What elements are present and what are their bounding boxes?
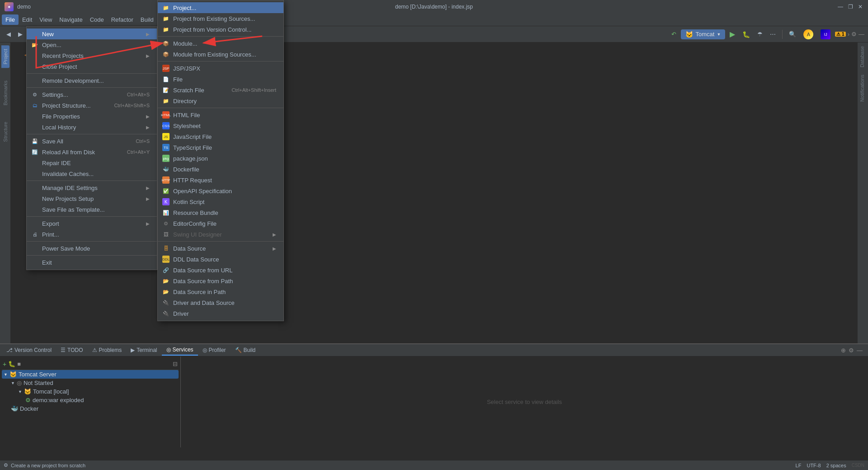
menu-build[interactable]: Build xyxy=(137,14,157,25)
bookmarks-tab[interactable]: Bookmarks xyxy=(1,77,9,109)
tab-version-control[interactable]: ⎇ Version Control xyxy=(2,345,56,355)
more-run-options[interactable]: ⋯ xyxy=(767,29,778,39)
run-with-coverage-button[interactable]: ☂ xyxy=(755,29,765,39)
line-ending-indicator[interactable]: LF xyxy=(796,463,802,468)
file-manage-ide-item[interactable]: Manage IDE Settings ▶ xyxy=(27,182,157,193)
file-reload-item[interactable]: 🔄 Reload All from Disk Ctrl+Alt+Y xyxy=(27,147,157,157)
file-settings-item[interactable]: ⚙ Settings... Ctrl+Alt+S xyxy=(27,89,157,100)
new-data-source-item[interactable]: 🗄 Data Source ▶ xyxy=(158,243,283,254)
collapse-all-icon[interactable]: ⊟ xyxy=(173,361,178,367)
new-jsp-item[interactable]: JSP JSP/JSPX xyxy=(158,63,283,74)
new-http-request-item[interactable]: HTTP HTTP Request xyxy=(158,175,283,185)
menu-refactor[interactable]: Refactor xyxy=(108,14,137,25)
new-kotlin-item[interactable]: K Kotlin Script xyxy=(158,196,283,207)
tab-services[interactable]: ◎ Services xyxy=(162,345,198,356)
new-directory-item[interactable]: 📁 Directory xyxy=(158,95,283,106)
file-new-item[interactable]: New ▶ xyxy=(27,28,157,39)
file-print-item[interactable]: 🖨 Print... xyxy=(27,229,157,240)
new-datasource-in-path-item[interactable]: 📂 Data Source in Path xyxy=(158,286,283,297)
services-minimize-icon[interactable]: — xyxy=(857,347,863,354)
file-save-all-item[interactable]: 💾 Save All Ctrl+S xyxy=(27,136,157,147)
undo-button[interactable]: ↶ xyxy=(669,29,679,39)
file-recent-item[interactable]: Recent Projects ▶ xyxy=(27,50,157,61)
new-html-item[interactable]: HTML HTML File xyxy=(158,109,283,120)
debug-icon: 🐛 xyxy=(742,31,750,38)
indent-indicator[interactable]: 2 spaces xyxy=(826,463,846,468)
menu-code[interactable]: Code xyxy=(86,14,108,25)
project-tab[interactable]: Project xyxy=(1,45,9,68)
notifications-panel-tab[interactable]: Notifications xyxy=(858,71,868,105)
close-button[interactable]: ✕ xyxy=(857,4,863,10)
caches-icon xyxy=(31,170,38,177)
file-new-projects-item[interactable]: New Projects Setup ▶ xyxy=(27,193,157,204)
file-project-structure-item[interactable]: 🗂 Project Structure... Ctrl+Alt+Shift+S xyxy=(27,100,157,111)
new-project-item[interactable]: 📁 Project... xyxy=(158,2,283,13)
tab-problems[interactable]: ⚠ Problems xyxy=(88,345,127,355)
file-close-item[interactable]: Close Project xyxy=(27,61,157,72)
file-remote-item[interactable]: Remote Development... xyxy=(27,75,157,86)
search-everywhere-button[interactable]: 🔍 xyxy=(786,29,799,39)
add-service-icon[interactable]: + xyxy=(3,361,6,368)
file-local-history-item[interactable]: Local History ▶ xyxy=(27,122,157,133)
new-driver-item[interactable]: 🔌 Driver xyxy=(158,308,283,319)
debug-button[interactable]: 🐛 xyxy=(740,29,753,39)
new-ddl-item[interactable]: DDL DDL Data Source xyxy=(158,254,283,265)
services-expand-icon[interactable]: ⊕ xyxy=(841,347,846,354)
file-export-item[interactable]: Export ▶ xyxy=(27,218,157,229)
new-dockerfile-item[interactable]: 🐳 Dockerfile xyxy=(158,164,283,175)
new-datasource-path-item[interactable]: 📂 Data Source from Path xyxy=(158,275,283,286)
new-file-item[interactable]: 📄 File xyxy=(158,74,283,85)
services-settings-icon[interactable]: ⚙ xyxy=(849,347,854,354)
file-invalidate-caches-item[interactable]: Invalidate Caches... xyxy=(27,168,157,179)
new-css-item[interactable]: CSS Stylesheet xyxy=(158,120,283,131)
new-editorconfig-item[interactable]: ⚙ EditorConfig File xyxy=(158,218,283,229)
file-power-save-item[interactable]: Power Save Mode xyxy=(27,243,157,254)
debug-service-icon[interactable]: 🐛 xyxy=(8,361,15,367)
stop-service-icon[interactable]: ■ xyxy=(17,361,21,367)
new-project-existing-item[interactable]: 📁 Project from Existing Sources... xyxy=(158,13,283,24)
back-button[interactable]: ◀ xyxy=(4,29,14,39)
tab-terminal[interactable]: ▶ Terminal xyxy=(126,345,161,355)
settings-icon[interactable]: ⚙ xyxy=(851,31,857,38)
encoding-indicator[interactable]: UTF-8 xyxy=(807,463,821,468)
file-save-template-item[interactable]: Save File as Template... xyxy=(27,204,157,215)
tab-build[interactable]: 🔨 Build xyxy=(231,345,260,355)
expand-icon[interactable]: › xyxy=(848,31,849,38)
new-openapi-item[interactable]: ✅ OpenAPI Specification xyxy=(158,185,283,196)
new-resource-bundle-item[interactable]: 📊 Resource Bundle xyxy=(158,207,283,218)
new-package-json-item[interactable]: pkg package.json xyxy=(158,153,283,164)
warning-badge[interactable]: ⚠ 1 xyxy=(835,32,845,37)
new-module-existing-item[interactable]: 📦 Module from Existing Sources... xyxy=(158,49,283,60)
new-datasource-url-item[interactable]: 🔗 Data Source from URL xyxy=(158,265,283,275)
new-scratch-item[interactable]: 📝 Scratch File Ctrl+Alt+Shift+Insert xyxy=(158,85,283,95)
new-js-item[interactable]: JS JavaScript File xyxy=(158,131,283,142)
docker-item[interactable]: 🐳 Docker xyxy=(9,404,179,413)
not-started-item[interactable]: ▼ ◎ Not Started xyxy=(9,379,179,387)
file-repair-item[interactable]: Repair IDE xyxy=(27,157,157,168)
file-properties-item[interactable]: File Properties ▶ xyxy=(27,111,157,122)
menu-view[interactable]: View xyxy=(36,14,56,25)
tomcat-server-item[interactable]: ▼ 🐱 Tomcat Server xyxy=(2,370,179,379)
tab-todo[interactable]: ☰ TODO xyxy=(56,345,87,355)
file-exit-item[interactable]: Exit xyxy=(27,257,157,268)
minimize-panel-icon[interactable]: — xyxy=(859,31,864,38)
database-panel-tab[interactable]: Database xyxy=(858,43,868,71)
menu-edit[interactable]: Edit xyxy=(19,14,36,25)
file-open-item[interactable]: 📂 Open... xyxy=(27,39,157,50)
minimize-button[interactable]: — xyxy=(837,4,844,10)
structure-tab[interactable]: Structure xyxy=(1,118,9,146)
menu-file[interactable]: File xyxy=(2,14,19,25)
avatar[interactable]: A xyxy=(801,28,816,41)
tomcat-local-item[interactable]: ▼ 🐱 Tomcat [local] xyxy=(16,387,179,396)
restore-button[interactable]: ❐ xyxy=(847,4,854,10)
menu-navigate[interactable]: Navigate xyxy=(56,14,86,25)
new-project-vcs-item[interactable]: 📁 Project from Version Control... xyxy=(158,24,283,35)
forward-button[interactable]: ▶ xyxy=(15,29,25,39)
new-driver-datasource-item[interactable]: 🔌 Driver and Data Source xyxy=(158,297,283,308)
demo-war-item[interactable]: ⚙ demo:war exploded xyxy=(24,396,179,404)
new-module-item[interactable]: 📦 Module... xyxy=(158,38,283,49)
tab-profiler[interactable]: ◎ Profiler xyxy=(198,345,231,355)
tomcat-configuration[interactable]: 🐱 Tomcat ▼ xyxy=(681,29,725,39)
new-ts-item[interactable]: TS TypeScript File xyxy=(158,142,283,153)
run-button[interactable]: ▶ xyxy=(727,28,738,40)
